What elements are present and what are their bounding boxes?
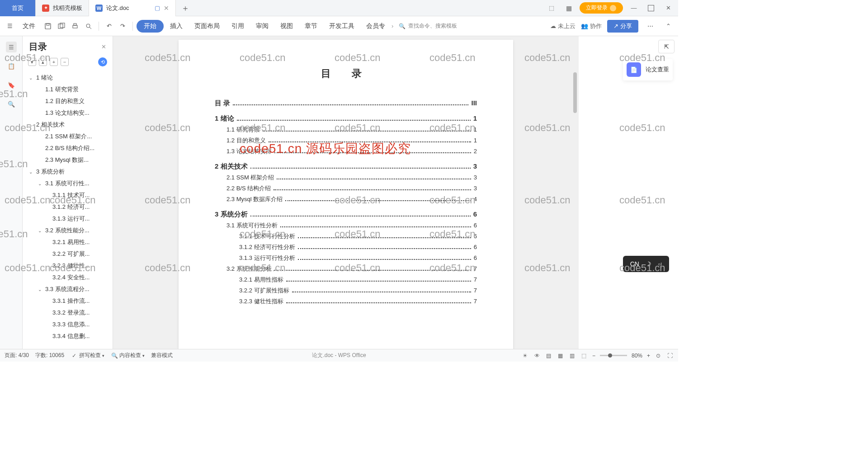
tree-item[interactable]: 3.1.2 经济可... — [23, 201, 113, 213]
content-check[interactable]: 🔍内容检查▾ — [111, 352, 145, 359]
clipboard-icon[interactable]: 📋 — [6, 61, 17, 71]
tree-item[interactable]: ⌄3.3 系统流程分... — [23, 283, 113, 295]
cloud-status[interactable]: ☁未上云 — [550, 22, 576, 30]
toc-line[interactable]: 3.1.1 技术可行性分析6 — [215, 232, 477, 240]
tree-item[interactable]: ⌄1 绪论 — [23, 72, 113, 84]
tree-item[interactable]: 2.1 SSM 框架介... — [23, 131, 113, 142]
toc-line[interactable]: 3.1.2 经济可行性分析6 — [215, 243, 477, 251]
toc-line[interactable]: 1 绪论1 — [215, 114, 477, 123]
close-tab-icon[interactable]: ✕ — [164, 5, 169, 12]
print-icon[interactable] — [69, 20, 81, 33]
undo-icon[interactable]: ↶ — [103, 20, 115, 33]
tree-item[interactable]: 3.3.3 信息添... — [23, 319, 113, 330]
tree-item[interactable]: 3.1.1 技术可... — [23, 189, 113, 201]
save-icon[interactable] — [42, 20, 54, 33]
word-count[interactable]: 字数: 10065 — [35, 352, 64, 359]
ime-indicator[interactable]: CN ☽ ○⁞ — [623, 256, 669, 272]
layout4-icon[interactable]: ⬚ — [580, 352, 588, 359]
share-button[interactable]: ↗分享 — [607, 20, 638, 33]
tree-item[interactable]: 1.2 目的和意义 — [23, 95, 113, 107]
plagiarism-card[interactable]: 📄 论文查重 — [623, 59, 673, 80]
tab-templates[interactable]: ✦ 找稻壳模板 — [36, 0, 89, 16]
popup-icon[interactable]: ▢ — [155, 5, 160, 11]
menu-insert[interactable]: 插入 — [165, 19, 188, 33]
login-button[interactable]: 立即登录 — [580, 2, 623, 14]
tree-item[interactable]: 2.3 Mysql 数据... — [23, 154, 113, 166]
toc-line[interactable]: 2.2 B/S 结构介绍3 — [215, 184, 477, 193]
file-menu[interactable]: 文件 — [17, 19, 41, 33]
sync-icon[interactable]: ⟲ — [98, 57, 107, 66]
print-preview-icon[interactable] — [82, 20, 95, 33]
scrollbar-vertical[interactable] — [573, 72, 578, 349]
collapse-icon[interactable]: ⌃ — [662, 20, 675, 33]
tree-item[interactable]: 3.1.3 运行可... — [23, 213, 113, 225]
toc-line[interactable]: 3.2.2 可扩展性指标7 — [215, 287, 477, 295]
scroll-thumb[interactable] — [573, 72, 577, 113]
read-icon[interactable]: 👁 — [533, 352, 541, 359]
toc-line[interactable]: 1.2 目的和意义1 — [215, 136, 477, 145]
spell-check[interactable]: ✓拼写检查▾ — [71, 352, 104, 359]
command-search[interactable]: 🔍 查找命令、搜索模板 — [394, 20, 462, 32]
toc-line[interactable]: 1.1 研究背景1 — [215, 126, 477, 134]
menu-devtools[interactable]: 开发工具 — [324, 19, 360, 33]
menu-layout[interactable]: 页面布局 — [189, 19, 225, 33]
maximize-icon[interactable] — [645, 2, 657, 14]
toc-line[interactable]: 2 相关技术3 — [215, 162, 477, 171]
tree-item[interactable]: ⌄3 系统分析 — [23, 166, 113, 178]
tree-item[interactable]: 3.2.1 易用性... — [23, 236, 113, 248]
tree-item[interactable]: 2.2 B/S 结构介绍... — [23, 142, 113, 154]
layout3-icon[interactable]: ▥ — [569, 352, 576, 359]
page-indicator[interactable]: 页面: 4/30 — [5, 352, 29, 359]
menu-start[interactable]: 开始 — [137, 20, 164, 33]
document-area[interactable]: 目 录 目 录III1 绪论11.1 研究背景11.2 目的和意义11.3 论文… — [113, 36, 579, 349]
close-outline-icon[interactable]: ✕ — [101, 43, 106, 50]
tree-item[interactable]: 3.3.4 信息删... — [23, 330, 113, 342]
tree-item[interactable]: 3.3.1 操作流... — [23, 295, 113, 307]
search-rail-icon[interactable]: 🔍 — [6, 99, 17, 109]
tab-home[interactable]: 首页 — [0, 0, 36, 16]
toc-line[interactable]: 3.2.1 易用性指标7 — [215, 276, 477, 284]
menu-view[interactable]: 视图 — [275, 19, 298, 33]
menu-reference[interactable]: 引用 — [226, 19, 250, 33]
new-tab-button[interactable]: ＋ — [176, 3, 195, 14]
zoom-in-icon[interactable]: + — [647, 353, 650, 359]
tree-item[interactable]: 3.2.4 安全性... — [23, 272, 113, 283]
toc-line[interactable]: 3.1 系统可行性分析6 — [215, 221, 477, 230]
menu-icon[interactable]: ☰ — [4, 20, 16, 33]
expand-all-icon[interactable]: ▴ — [39, 58, 47, 66]
tree-item[interactable]: 3.2.2 可扩展... — [23, 248, 113, 260]
tree-item[interactable]: 3.3.2 登录流... — [23, 307, 113, 319]
more-icon[interactable]: ⋯ — [644, 20, 656, 33]
tree-item[interactable]: ⌄3.1 系统可行性... — [23, 178, 113, 189]
tree-item[interactable]: ⌄2 相关技术 — [23, 119, 113, 131]
zoom-out-icon[interactable]: − — [592, 353, 595, 359]
tree-item[interactable]: 3.2.3 健壮性... — [23, 260, 113, 272]
redo-icon[interactable]: ↷ — [116, 20, 129, 33]
brightness-icon[interactable]: ☀ — [522, 352, 529, 359]
toc-line[interactable]: 2.1 SSM 框架介绍3 — [215, 174, 477, 182]
layout-icon[interactable]: ⬚ — [545, 2, 558, 14]
add-icon[interactable]: + — [50, 58, 58, 66]
fit-icon[interactable]: ⊙ — [655, 352, 662, 359]
collapse-all-icon[interactable]: ▾ — [28, 58, 36, 66]
compat-mode[interactable]: 兼容模式 — [151, 352, 173, 359]
bookmark-icon[interactable]: 🔖 — [6, 80, 17, 90]
toc-line[interactable]: 3 系统分析6 — [215, 210, 477, 219]
tab-document[interactable]: W 论文.doc ▢ ✕ — [89, 0, 176, 16]
toc-line[interactable]: 目 录III — [215, 99, 477, 108]
layout2-icon[interactable]: ▦ — [557, 352, 564, 359]
zoom-slider[interactable] — [600, 355, 627, 356]
save-as-icon[interactable] — [55, 20, 68, 33]
remove-icon[interactable]: − — [61, 58, 69, 66]
toc-line[interactable]: 3.2.3 健壮性指标7 — [215, 297, 477, 306]
tree-item[interactable]: ⌄3.2 系统性能分... — [23, 225, 113, 236]
toc-line[interactable]: 3.1.3 运行可行性分析6 — [215, 254, 477, 262]
collapse-right-icon[interactable]: ⇱ — [658, 40, 675, 53]
menu-review[interactable]: 审阅 — [250, 19, 274, 33]
tree-item[interactable]: 1.3 论文结构安... — [23, 107, 113, 119]
collab-button[interactable]: 👥协作 — [581, 22, 602, 30]
minimize-icon[interactable]: — — [627, 2, 640, 14]
tree-item[interactable]: 1.1 研究背景 — [23, 84, 113, 95]
layout1-icon[interactable]: ▤ — [545, 352, 552, 359]
apps-icon[interactable]: ▦ — [562, 2, 575, 14]
